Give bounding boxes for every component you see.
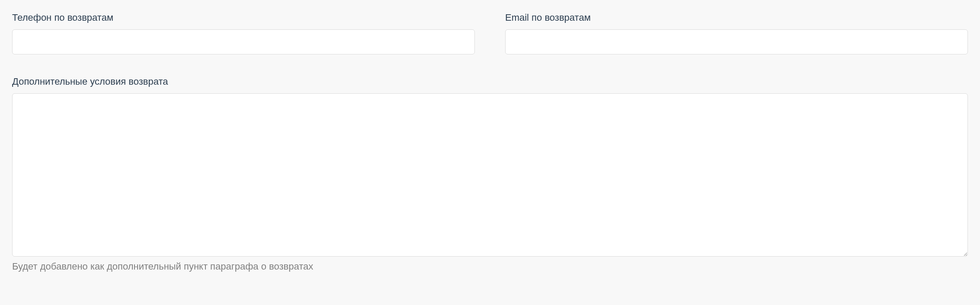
returns-email-group: Email по возвратам xyxy=(505,12,968,54)
returns-contact-row: Телефон по возвратам Email по возвратам xyxy=(12,12,968,54)
returns-conditions-textarea[interactable] xyxy=(12,93,968,257)
returns-phone-label: Телефон по возвратам xyxy=(12,12,475,23)
returns-email-input[interactable] xyxy=(505,29,968,54)
returns-conditions-label: Дополнительные условия возврата xyxy=(12,76,968,87)
returns-conditions-group: Дополнительные условия возврата Будет до… xyxy=(12,76,968,272)
returns-email-label: Email по возвратам xyxy=(505,12,968,23)
returns-phone-input[interactable] xyxy=(12,29,475,54)
returns-phone-group: Телефон по возвратам xyxy=(12,12,475,54)
returns-conditions-help-text: Будет добавлено как дополнительный пункт… xyxy=(12,261,968,272)
